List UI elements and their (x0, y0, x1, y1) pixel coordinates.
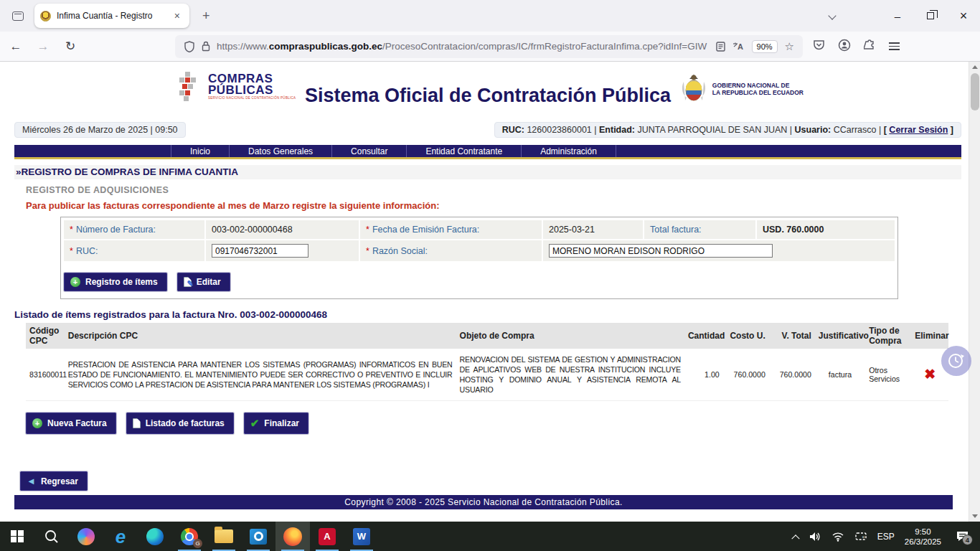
list-all-tabs-button[interactable] (818, 0, 847, 32)
taskbar-file-explorer-button[interactable] (207, 522, 241, 551)
nav-item-datos-generales[interactable]: Datos Generales (229, 145, 331, 157)
volume-icon[interactable] (809, 531, 821, 542)
system-tray: o ESP 9:50 26/3/2025 4 (793, 522, 980, 551)
reload-button[interactable]: ↻ (59, 36, 82, 57)
shield-icon[interactable] (184, 41, 194, 52)
browser-tab-active[interactable]: Infima Cuantía - Registro × (34, 4, 189, 28)
scroll-down-arrow[interactable] (969, 511, 980, 522)
finalizar-button[interactable]: ✔ Finalizar (244, 413, 308, 434)
editar-button[interactable]: ✎ Editar (177, 273, 230, 291)
items-table: Código CPC Descripción CPC Objeto de Com… (26, 323, 948, 401)
site-footer: Copyright © 2008 - 2025 Servicio Naciona… (14, 495, 953, 509)
chrome-profile-badge: G (193, 539, 202, 548)
check-icon: ✔ (250, 417, 260, 430)
cell-cantidad: 1.00 (684, 349, 723, 401)
plus-circle-icon: + (70, 277, 80, 287)
section-subheading: REGISTRO DE ADQUISICIONES (26, 185, 961, 195)
browser-titlebar: Infima Cuantía - Registro × + – × (0, 0, 980, 32)
logout-link[interactable]: Cerrar Sesión (889, 125, 948, 135)
usuario-label: Usuario: (795, 125, 831, 135)
site-title: Sistema Oficial de Contratación Pública (14, 85, 961, 107)
taskbar-chrome-button[interactable]: G (172, 522, 207, 551)
minimize-button[interactable]: – (881, 0, 914, 32)
zoom-level-badge[interactable]: 90% (752, 40, 778, 53)
floating-clock-widget[interactable] (941, 346, 971, 376)
start-button[interactable] (0, 522, 34, 551)
col-tipo-compra: Tipo de Compra (865, 323, 911, 349)
razon-social-input[interactable] (549, 244, 773, 258)
taskbar-internet-explorer-button[interactable]: e (103, 522, 138, 551)
restore-icon (927, 12, 934, 19)
nav-item-consultar[interactable]: Consultar (331, 145, 406, 157)
clock-icon (947, 352, 966, 370)
wifi-icon[interactable] (831, 532, 844, 542)
numero-factura-label: *Número de Factura: (64, 220, 204, 239)
tray-date: 26/3/2025 (905, 537, 941, 546)
bookmark-star-icon[interactable]: ☆ (785, 40, 794, 53)
clock-date[interactable]: 9:50 26/3/2025 (905, 527, 941, 547)
regresar-button[interactable]: ◄ Regresar (20, 471, 88, 491)
page-scrollbar[interactable] (969, 62, 980, 522)
edge-icon (146, 528, 164, 545)
tray-time: 9:50 (915, 527, 930, 536)
listado-facturas-button[interactable]: Listado de facturas (126, 413, 234, 434)
windows-taskbar: e G A W (0, 522, 980, 551)
chevron-down-icon (828, 11, 836, 19)
taskbar-firefox-button[interactable] (275, 522, 310, 551)
language-indicator[interactable]: ESP (877, 532, 895, 542)
ruc-input[interactable] (212, 244, 308, 258)
nav-item-administracion[interactable]: Administración (521, 145, 616, 157)
firefox-view-icon (12, 11, 24, 21)
total-factura-value: USD. 760.0000 (757, 220, 895, 239)
taskbar-word-button[interactable]: W (344, 522, 379, 551)
new-tab-button[interactable]: + (197, 9, 216, 24)
taskbar-outlook-button[interactable] (241, 522, 275, 551)
col-cantidad: Cantidad (684, 323, 723, 349)
back-button[interactable]: ← (4, 36, 27, 57)
forward-button[interactable]: → (32, 36, 55, 57)
cell-descripcion: PRESTACION DE ASISTENCIA PARA MANTENER L… (65, 349, 456, 401)
url-text[interactable]: https://www.compraspublicas.gob.ec/Proce… (217, 41, 712, 52)
col-justificativo: Justificativo (815, 323, 865, 349)
display-connect-icon[interactable]: o (854, 531, 867, 542)
delete-item-icon[interactable]: ✖ (924, 367, 936, 382)
tray-chevron-up-icon[interactable] (793, 534, 798, 540)
cell-objeto: RENOVACION DEL SISTEMA DE GESTION Y ADMI… (456, 349, 684, 401)
close-button[interactable]: × (947, 0, 980, 32)
fecha-emision-label: *Fecha de Emisión Factura: (360, 220, 542, 239)
taskbar-edge-button[interactable] (138, 522, 172, 551)
plus-circle-icon: + (32, 418, 42, 428)
notification-count-badge: 4 (962, 534, 973, 545)
taskbar-copilot-button[interactable] (69, 522, 103, 551)
translate-icon[interactable]: A (732, 42, 744, 52)
site-favicon-icon (40, 11, 51, 22)
razon-social-cell (543, 240, 895, 261)
scroll-up-arrow[interactable] (969, 62, 980, 72)
reader-view-icon[interactable] (716, 42, 725, 52)
firefox-view-button[interactable] (7, 6, 29, 25)
ruc-field-cell (206, 240, 359, 261)
nav-item-inicio[interactable]: Inicio (171, 145, 229, 157)
ruc-label: RUC: (502, 125, 524, 135)
scrollbar-thumb[interactable] (971, 73, 979, 110)
nav-item-entidad-contratante[interactable]: Entidad Contratante (406, 145, 521, 157)
account-icon[interactable] (838, 39, 851, 55)
taskbar-acrobat-button[interactable]: A (310, 522, 344, 551)
search-icon (44, 529, 60, 545)
tab-title: Infima Cuantía - Registro (57, 11, 171, 21)
taskbar-search-button[interactable] (34, 522, 69, 551)
tab-close-icon[interactable]: × (171, 9, 184, 23)
nueva-factura-button[interactable]: + Nueva Factura (26, 413, 116, 434)
action-center-button[interactable]: 4 (951, 530, 973, 542)
date-time-box: Miércoles 26 de Marzo de 2025 | 09:50 (14, 122, 186, 138)
back-arrow-icon: ◄ (27, 476, 36, 486)
lock-icon[interactable] (202, 41, 210, 52)
registro-items-button[interactable]: + Registro de ítems (64, 273, 167, 291)
pocket-icon[interactable] (813, 39, 825, 54)
site-header: COMPRASPÚBLICAS SERVICIO NACIONAL DE CON… (14, 62, 961, 119)
extensions-puzzle-icon[interactable] (864, 39, 876, 54)
restore-button[interactable] (914, 0, 947, 32)
menu-hamburger-icon[interactable] (889, 40, 900, 52)
url-bar[interactable]: https://www.compraspublicas.gob.ec/Proce… (175, 35, 803, 58)
total-factura-label: Total factura: (644, 220, 755, 239)
